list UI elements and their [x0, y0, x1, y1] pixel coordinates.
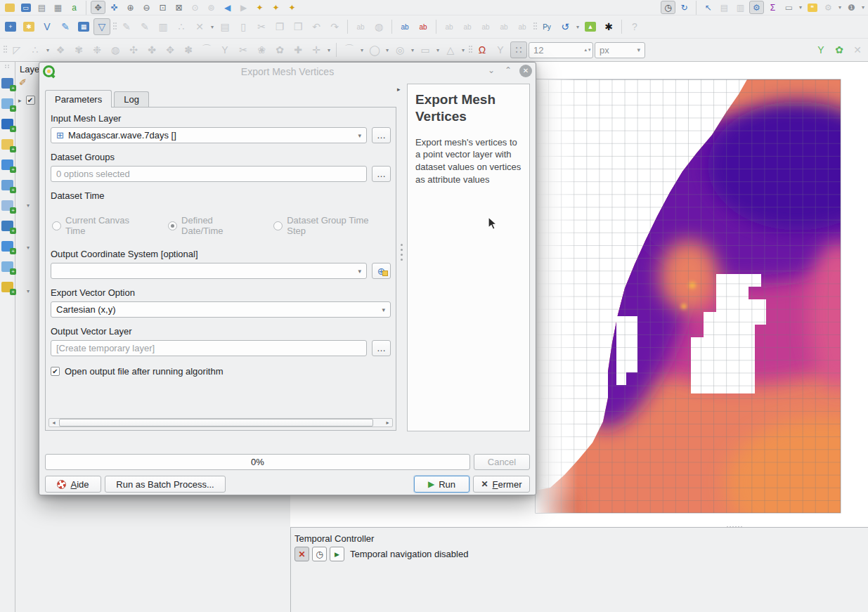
ellipse-digitize-icon[interactable]: ◎ — [391, 41, 408, 58]
undo-icon[interactable]: ↶ — [308, 18, 325, 35]
dropdown-caret-icon[interactable]: ▾ — [435, 47, 441, 53]
processing-toolbox-icon[interactable]: ⚙ — [749, 1, 764, 14]
dropdown-caret-icon[interactable]: ▾ — [326, 47, 332, 53]
circle-digitize-icon[interactable]: ◯ — [366, 41, 383, 58]
add-spatialite-layer-icon[interactable]: + — [1, 200, 13, 211]
input-mesh-layer-more-button[interactable]: … — [372, 127, 391, 143]
input-mesh-layer-combo[interactable]: ⊞ Madagascar.wave.7days [] — [51, 127, 367, 143]
window-shade-icon[interactable]: ⌄ — [488, 65, 495, 75]
window-maximize-icon[interactable]: ⌃ — [505, 65, 512, 75]
metasearch-icon[interactable]: ▲ — [582, 18, 599, 35]
annotations-icon[interactable]: ⚙ — [821, 1, 836, 14]
snapping-icon[interactable]: Ω — [474, 41, 491, 58]
window-close-icon[interactable]: ✕ — [519, 65, 532, 77]
layer-tree-row[interactable]: ▸ — [18, 96, 35, 105]
tab-parameters[interactable]: Parameters — [45, 90, 112, 108]
new-geopackage-layer-icon[interactable]: ✎ — [57, 18, 74, 35]
save-edits-icon[interactable]: ▥ — [155, 18, 171, 35]
redo-icon[interactable]: ↷ — [326, 18, 343, 35]
refresh-map-icon[interactable]: ↻ — [677, 1, 692, 14]
toolbar-grip[interactable] — [467, 44, 472, 56]
paste-features-icon[interactable]: ❒ — [290, 18, 306, 35]
add-wms-layer-icon[interactable]: + — [1, 241, 13, 252]
style-brush-icon[interactable]: ✐ — [19, 77, 27, 88]
rotate-label-icon[interactable]: ab — [495, 18, 512, 35]
trim-extend-icon[interactable]: ✛ — [308, 41, 325, 58]
cut-features-icon[interactable]: ✂ — [253, 18, 270, 35]
offset-curve-icon[interactable]: ⌒ — [198, 41, 215, 58]
temporal-fixed-range-button[interactable]: ◷ — [312, 547, 327, 561]
reshape-features-icon[interactable]: Y — [216, 41, 233, 58]
zoom-in-icon[interactable]: ⊕ — [123, 1, 138, 14]
new-shapefile-layer-icon[interactable]: V — [39, 18, 56, 35]
delete-ring-icon[interactable]: ✥ — [162, 41, 179, 58]
vertex-tool-icon[interactable]: ✕ — [191, 18, 208, 35]
pan-to-selection-icon[interactable]: ✜ — [107, 1, 122, 14]
help-button[interactable]: Aide — [45, 476, 101, 493]
dataset-groups-more-button[interactable]: … — [372, 166, 391, 182]
output-crs-combo[interactable] — [51, 263, 367, 279]
dropdown-caret-icon[interactable]: ▾ — [27, 288, 30, 294]
text-annotation-icon[interactable]: a — [67, 1, 82, 14]
open-output-checkbox[interactable] — [51, 367, 60, 376]
dropdown-caret-icon[interactable]: ▾ — [384, 47, 390, 53]
tab-log[interactable]: Log — [114, 91, 149, 107]
temporal-animated-button[interactable]: ▶ — [330, 547, 344, 561]
add-ring-icon[interactable]: ◍ — [107, 41, 124, 58]
panel-resize-handle[interactable] — [727, 526, 745, 528]
dropdown-caret-icon[interactable]: ▾ — [359, 47, 365, 53]
panel-splitter-handle[interactable] — [401, 244, 403, 246]
plugin-bug-icon[interactable]: ✱ — [600, 18, 617, 35]
temporal-controller-panel-icon[interactable]: ◷ — [661, 1, 675, 14]
delete-part-icon[interactable]: ✽ — [180, 41, 197, 58]
trace-offset-spinbox[interactable]: 12▴ ▾ — [529, 42, 593, 58]
construction-guides-icon[interactable]: ∴ — [27, 41, 44, 58]
copy-features-icon[interactable]: ❐ — [271, 18, 288, 35]
toolbar-grip[interactable] — [112, 20, 117, 33]
curve-digitize-icon[interactable]: ⌒ — [341, 41, 358, 58]
zoom-next-icon[interactable]: ▶ — [236, 1, 251, 14]
split-features-icon[interactable]: ✂ — [235, 41, 252, 58]
add-vector-layer-icon[interactable]: ✱ — [20, 18, 37, 35]
spatial-bookmarks-icon[interactable]: ✦ — [285, 1, 299, 14]
dropdown-caret-icon[interactable]: ▾ — [460, 47, 466, 53]
new-virtual-layer-icon[interactable]: ▽ — [93, 18, 110, 35]
add-mesh-layer-icon[interactable]: + — [1, 119, 13, 129]
layer-labeling-icon[interactable]: ◍ — [370, 18, 387, 35]
tracing-settings-icon[interactable]: ∷ — [510, 41, 527, 58]
toggle-editing-icon[interactable]: ✎ — [136, 18, 153, 35]
pin-labels-icon[interactable]: ab — [396, 18, 413, 35]
expand-arrow-icon[interactable]: ▸ — [18, 97, 22, 104]
statistics-panel-icon[interactable]: ▥ — [733, 1, 748, 14]
current-edits-icon[interactable]: ✎ — [118, 18, 135, 35]
zoom-to-selection-icon[interactable]: ⊙ — [188, 1, 202, 14]
dropdown-caret-icon[interactable]: ▾ — [575, 24, 581, 30]
dropdown-caret-icon[interactable]: ▾ — [410, 47, 415, 53]
radio-current-canvas-time[interactable]: Current Canvas Time — [52, 215, 151, 236]
label-options-icon[interactable]: ab — [352, 18, 369, 35]
spinbox-steppers[interactable]: ▴ ▾ — [583, 47, 592, 53]
add-point-cloud-icon[interactable]: + — [1, 159, 13, 170]
measure-icon[interactable]: ▭ — [782, 1, 796, 14]
toolbar-grip[interactable] — [532, 20, 537, 33]
zoom-out-icon[interactable]: ⊖ — [139, 1, 154, 14]
dropdown-caret-icon[interactable]: ▾ — [27, 202, 30, 209]
map-tips-icon[interactable]: ❝ — [805, 1, 820, 14]
message-log-icon[interactable]: ❶ — [844, 1, 859, 14]
add-database-layer-icon[interactable]: + — [1, 180, 13, 190]
scrollbar-thumb[interactable] — [59, 419, 373, 427]
close-dialog-button[interactable]: ✕ Fermer — [473, 476, 530, 493]
topology-icon[interactable]: Y — [492, 41, 509, 58]
simplify-feature-icon[interactable]: ❉ — [89, 41, 105, 58]
data-source-manager-icon[interactable]: + — [2, 18, 19, 35]
zoom-full-icon[interactable]: ⊠ — [171, 1, 186, 14]
show-hide-labels-icon[interactable]: ab — [441, 18, 458, 35]
dropdown-caret-icon[interactable]: ▾ — [45, 47, 51, 53]
layout-manager-icon[interactable]: ▤ — [34, 1, 49, 14]
add-vector-layer-icon[interactable]: + — [1, 78, 13, 89]
merge-features-icon[interactable]: ❀ — [253, 41, 270, 58]
run-as-batch-button[interactable]: Run as Batch Process... — [105, 476, 226, 493]
scroll-left-icon[interactable]: ◂ — [49, 419, 58, 427]
cancel-button[interactable]: Cancel — [474, 454, 530, 470]
enable-tracing-icon[interactable]: Y — [812, 41, 829, 58]
